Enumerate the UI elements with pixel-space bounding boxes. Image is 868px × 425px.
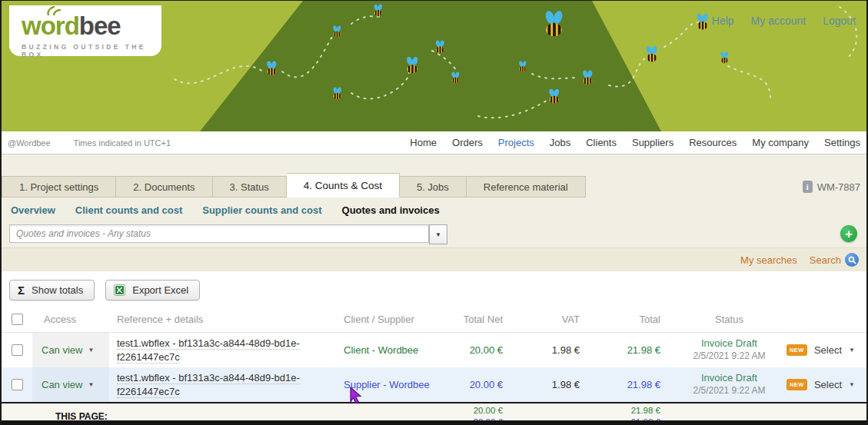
col-status[interactable]: Status [665, 314, 793, 325]
col-total[interactable]: Total [584, 314, 665, 325]
help-link[interactable]: Help [712, 15, 734, 27]
logo-text-word: word [22, 12, 79, 40]
col-access[interactable]: Access [32, 314, 109, 325]
subtab-overview[interactable]: Overview [11, 204, 55, 216]
select-dropdown[interactable]: Select [814, 344, 842, 356]
row-checkbox[interactable] [12, 344, 23, 356]
nav-item-my-company[interactable]: My company [752, 137, 809, 148]
account-links: Help My account Logout [712, 15, 856, 27]
new-badge: NEW [787, 379, 807, 390]
plus-icon: + [845, 227, 853, 241]
select-dropdown[interactable]: Select [814, 379, 842, 390]
table-toolbar: Σ Show totals Export Excel [2, 271, 866, 300]
total-value: 21.98 € [584, 344, 665, 356]
my-account-link[interactable]: My account [751, 15, 806, 27]
chevron-down-icon: ▼ [435, 231, 441, 238]
excel-icon [114, 284, 125, 296]
nav-item-orders[interactable]: Orders [452, 137, 483, 148]
access-dropdown[interactable]: Can view ▼ [32, 333, 109, 367]
col-reference[interactable]: Reference + details [109, 314, 344, 325]
summary-total-net-client: 20.00 € [434, 405, 503, 416]
project-tabs: 1. Project settings 2. Documents 3. Stat… [2, 154, 866, 198]
nav-item-projects[interactable]: Projects [498, 137, 534, 148]
counts-subtabs: Overview Client counts and cost Supplier… [2, 198, 866, 222]
tab-status[interactable]: 3. Status [213, 176, 287, 198]
show-totals-label: Show totals [32, 284, 83, 296]
access-label: Can view [42, 379, 82, 390]
info-icon[interactable]: i [803, 181, 813, 193]
row-checkbox[interactable] [12, 379, 23, 390]
app-window: wordbee BUZZING OUTSIDE THE BOX Help My … [0, 0, 868, 425]
access-label: Can view [42, 344, 82, 356]
export-excel-label: Export Excel [132, 284, 188, 296]
reference-link[interactable]: test1.wbflex - bf131a3c-a844-48d9-bd1e-f… [117, 337, 300, 364]
chevron-down-icon: ▼ [849, 381, 855, 388]
nav-item-jobs[interactable]: Jobs [550, 137, 570, 148]
reference-link[interactable]: test1.wbflex - bf131a3c-a844-48d9-bd1e-f… [117, 372, 300, 398]
total-value: 21.98 € [584, 379, 665, 390]
banner: wordbee BUZZING OUTSIDE THE BOX Help My … [2, 1, 866, 131]
select-all-checkbox[interactable] [12, 314, 23, 325]
client-supplier-link[interactable]: Supplier - Wordbee [344, 378, 434, 392]
nav-item-home[interactable]: Home [410, 137, 437, 148]
tab-counts-and-cost[interactable]: 4. Counts & Cost [287, 173, 400, 198]
nav-item-clients[interactable]: Clients [586, 137, 617, 148]
status-filter-input[interactable] [9, 224, 429, 243]
new-badge: NEW [787, 344, 807, 356]
chevron-down-icon: ▼ [88, 347, 94, 354]
add-button[interactable]: + [840, 225, 857, 242]
chevron-down-icon: ▼ [849, 347, 855, 354]
table-row: Can view ▼ test1.wbflex - bf131a3c-a844-… [2, 367, 866, 402]
filter-dropdown-button[interactable]: ▼ [429, 224, 447, 244]
logo-text-bee: bee [79, 12, 121, 40]
access-dropdown[interactable]: Can view ▼ [32, 367, 109, 402]
subtab-supplier-counts[interactable]: Supplier counts and cost [202, 204, 321, 216]
search-link[interactable]: Search [810, 254, 841, 266]
col-vat[interactable]: VAT [507, 314, 584, 325]
total-net-value: 20.00 € [434, 344, 507, 356]
tab-jobs[interactable]: 5. Jobs [400, 176, 467, 198]
chevron-down-icon: ▼ [88, 381, 94, 388]
timezone-note: Times indicated in UTC+1 [74, 138, 171, 148]
filter-row: ▼ + [2, 222, 866, 247]
nav-item-resources[interactable]: Resources [689, 137, 737, 148]
search-icon[interactable] [845, 253, 859, 267]
col-client-supplier[interactable]: Client / Supplier [344, 314, 434, 325]
show-totals-button[interactable]: Σ Show totals [9, 280, 95, 300]
nav-item-settings[interactable]: Settings [824, 137, 860, 148]
tab-documents[interactable]: 2. Documents [116, 176, 212, 198]
total-net-value: 20.00 € [434, 379, 507, 390]
col-total-net[interactable]: Total Net [434, 314, 507, 325]
nav-menu: Home Orders Projects Jobs Clients Suppli… [410, 137, 860, 148]
summary-total-client: 21.98 € [584, 405, 660, 416]
project-code: WM-7887 [817, 181, 860, 193]
vat-value: 1.98 € [507, 344, 584, 356]
logout-link[interactable]: Logout [823, 15, 856, 27]
nav-item-suppliers[interactable]: Suppliers [632, 137, 673, 148]
tab-project-settings[interactable]: 1. Project settings [2, 176, 116, 198]
vat-value: 1.98 € [507, 379, 584, 390]
my-searches-link[interactable]: My searches [740, 254, 797, 266]
export-excel-button[interactable]: Export Excel [105, 280, 200, 300]
table-header: Access Reference + details Client / Supp… [2, 307, 866, 333]
bottom-border-bar [2, 420, 866, 425]
status-link[interactable]: Invoice Draft [665, 337, 793, 350]
bee-icons [266, 4, 729, 105]
tab-reference-material[interactable]: Reference material [467, 176, 586, 198]
wordbee-logo[interactable]: wordbee BUZZING OUTSIDE THE BOX [9, 5, 161, 56]
sigma-icon: Σ [18, 284, 25, 297]
logo-tagline: BUZZING OUTSIDE THE BOX [22, 43, 161, 58]
subtab-client-counts[interactable]: Client counts and cost [75, 204, 182, 216]
logo-antennae-icon [45, 6, 62, 15]
client-supplier-link[interactable]: Client - Wordbee [344, 344, 434, 357]
table-row: Can view ▼ test1.wbflex - bf131a3c-a844-… [2, 333, 866, 367]
status-date: 2/5/2021 9:22 AM [665, 385, 793, 397]
main-navbar: @Wordbee Times indicated in UTC+1 Home O… [2, 131, 866, 154]
status-date: 2/5/2021 9:22 AM [665, 350, 793, 363]
subtab-quotes-invoices[interactable]: Quotes and invoices [342, 204, 440, 216]
copyright-text: @Wordbee [8, 138, 51, 148]
search-strip: My searches Search [2, 247, 866, 271]
status-link[interactable]: Invoice Draft [665, 372, 793, 385]
